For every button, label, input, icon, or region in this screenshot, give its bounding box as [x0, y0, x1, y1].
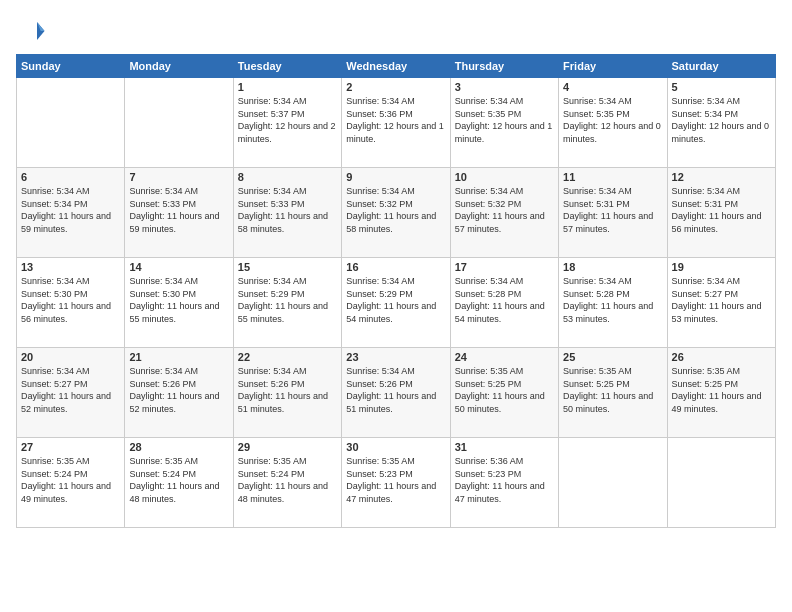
day-header-sunday: Sunday [17, 55, 125, 78]
day-number: 28 [129, 441, 228, 453]
day-number: 19 [672, 261, 771, 273]
header [16, 16, 776, 46]
calendar-cell: 6Sunrise: 5:34 AM Sunset: 5:34 PM Daylig… [17, 168, 125, 258]
day-info: Sunrise: 5:34 AM Sunset: 5:27 PM Dayligh… [672, 275, 771, 325]
calendar-cell [559, 438, 667, 528]
day-info: Sunrise: 5:34 AM Sunset: 5:34 PM Dayligh… [672, 95, 771, 145]
calendar-cell: 20Sunrise: 5:34 AM Sunset: 5:27 PM Dayli… [17, 348, 125, 438]
calendar-cell: 27Sunrise: 5:35 AM Sunset: 5:24 PM Dayli… [17, 438, 125, 528]
week-row-0: 1Sunrise: 5:34 AM Sunset: 5:37 PM Daylig… [17, 78, 776, 168]
day-number: 30 [346, 441, 445, 453]
calendar-table: SundayMondayTuesdayWednesdayThursdayFrid… [16, 54, 776, 528]
day-number: 15 [238, 261, 337, 273]
day-number: 22 [238, 351, 337, 363]
logo-icon [16, 16, 46, 46]
day-header-friday: Friday [559, 55, 667, 78]
day-number: 9 [346, 171, 445, 183]
day-info: Sunrise: 5:34 AM Sunset: 5:34 PM Dayligh… [21, 185, 120, 235]
day-number: 31 [455, 441, 554, 453]
day-info: Sunrise: 5:34 AM Sunset: 5:32 PM Dayligh… [455, 185, 554, 235]
day-number: 4 [563, 81, 662, 93]
day-number: 7 [129, 171, 228, 183]
week-row-4: 27Sunrise: 5:35 AM Sunset: 5:24 PM Dayli… [17, 438, 776, 528]
day-number: 27 [21, 441, 120, 453]
calendar-cell: 11Sunrise: 5:34 AM Sunset: 5:31 PM Dayli… [559, 168, 667, 258]
day-info: Sunrise: 5:34 AM Sunset: 5:31 PM Dayligh… [672, 185, 771, 235]
week-row-3: 20Sunrise: 5:34 AM Sunset: 5:27 PM Dayli… [17, 348, 776, 438]
day-info: Sunrise: 5:34 AM Sunset: 5:26 PM Dayligh… [238, 365, 337, 415]
week-row-1: 6Sunrise: 5:34 AM Sunset: 5:34 PM Daylig… [17, 168, 776, 258]
calendar-cell [667, 438, 775, 528]
calendar-cell: 19Sunrise: 5:34 AM Sunset: 5:27 PM Dayli… [667, 258, 775, 348]
day-number: 8 [238, 171, 337, 183]
day-number: 5 [672, 81, 771, 93]
calendar-cell: 22Sunrise: 5:34 AM Sunset: 5:26 PM Dayli… [233, 348, 341, 438]
calendar-cell: 8Sunrise: 5:34 AM Sunset: 5:33 PM Daylig… [233, 168, 341, 258]
day-number: 1 [238, 81, 337, 93]
day-info: Sunrise: 5:34 AM Sunset: 5:29 PM Dayligh… [238, 275, 337, 325]
day-info: Sunrise: 5:35 AM Sunset: 5:23 PM Dayligh… [346, 455, 445, 505]
day-header-thursday: Thursday [450, 55, 558, 78]
calendar-cell: 14Sunrise: 5:34 AM Sunset: 5:30 PM Dayli… [125, 258, 233, 348]
day-info: Sunrise: 5:34 AM Sunset: 5:28 PM Dayligh… [563, 275, 662, 325]
day-number: 26 [672, 351, 771, 363]
day-number: 12 [672, 171, 771, 183]
logo [16, 16, 50, 46]
calendar-cell: 30Sunrise: 5:35 AM Sunset: 5:23 PM Dayli… [342, 438, 450, 528]
day-info: Sunrise: 5:34 AM Sunset: 5:28 PM Dayligh… [455, 275, 554, 325]
calendar-cell [17, 78, 125, 168]
day-header-monday: Monday [125, 55, 233, 78]
day-number: 13 [21, 261, 120, 273]
day-info: Sunrise: 5:34 AM Sunset: 5:30 PM Dayligh… [129, 275, 228, 325]
calendar-cell: 10Sunrise: 5:34 AM Sunset: 5:32 PM Dayli… [450, 168, 558, 258]
day-number: 18 [563, 261, 662, 273]
day-info: Sunrise: 5:35 AM Sunset: 5:24 PM Dayligh… [129, 455, 228, 505]
day-info: Sunrise: 5:34 AM Sunset: 5:35 PM Dayligh… [563, 95, 662, 145]
day-number: 14 [129, 261, 228, 273]
day-header-tuesday: Tuesday [233, 55, 341, 78]
calendar-cell: 2Sunrise: 5:34 AM Sunset: 5:36 PM Daylig… [342, 78, 450, 168]
day-number: 29 [238, 441, 337, 453]
day-info: Sunrise: 5:34 AM Sunset: 5:35 PM Dayligh… [455, 95, 554, 145]
calendar-cell: 26Sunrise: 5:35 AM Sunset: 5:25 PM Dayli… [667, 348, 775, 438]
day-info: Sunrise: 5:35 AM Sunset: 5:24 PM Dayligh… [238, 455, 337, 505]
calendar-cell: 16Sunrise: 5:34 AM Sunset: 5:29 PM Dayli… [342, 258, 450, 348]
calendar-cell: 5Sunrise: 5:34 AM Sunset: 5:34 PM Daylig… [667, 78, 775, 168]
calendar-cell: 15Sunrise: 5:34 AM Sunset: 5:29 PM Dayli… [233, 258, 341, 348]
day-info: Sunrise: 5:35 AM Sunset: 5:25 PM Dayligh… [672, 365, 771, 415]
calendar-cell: 25Sunrise: 5:35 AM Sunset: 5:25 PM Dayli… [559, 348, 667, 438]
day-number: 16 [346, 261, 445, 273]
calendar-cell: 17Sunrise: 5:34 AM Sunset: 5:28 PM Dayli… [450, 258, 558, 348]
calendar-cell: 21Sunrise: 5:34 AM Sunset: 5:26 PM Dayli… [125, 348, 233, 438]
day-number: 2 [346, 81, 445, 93]
calendar-cell: 1Sunrise: 5:34 AM Sunset: 5:37 PM Daylig… [233, 78, 341, 168]
day-header-wednesday: Wednesday [342, 55, 450, 78]
day-info: Sunrise: 5:34 AM Sunset: 5:31 PM Dayligh… [563, 185, 662, 235]
calendar-cell [125, 78, 233, 168]
calendar-cell: 29Sunrise: 5:35 AM Sunset: 5:24 PM Dayli… [233, 438, 341, 528]
day-info: Sunrise: 5:35 AM Sunset: 5:24 PM Dayligh… [21, 455, 120, 505]
day-info: Sunrise: 5:34 AM Sunset: 5:29 PM Dayligh… [346, 275, 445, 325]
day-number: 17 [455, 261, 554, 273]
calendar-cell: 23Sunrise: 5:34 AM Sunset: 5:26 PM Dayli… [342, 348, 450, 438]
day-info: Sunrise: 5:34 AM Sunset: 5:33 PM Dayligh… [129, 185, 228, 235]
day-number: 10 [455, 171, 554, 183]
day-number: 20 [21, 351, 120, 363]
calendar-cell: 12Sunrise: 5:34 AM Sunset: 5:31 PM Dayli… [667, 168, 775, 258]
week-row-2: 13Sunrise: 5:34 AM Sunset: 5:30 PM Dayli… [17, 258, 776, 348]
calendar-cell: 24Sunrise: 5:35 AM Sunset: 5:25 PM Dayli… [450, 348, 558, 438]
days-header-row: SundayMondayTuesdayWednesdayThursdayFrid… [17, 55, 776, 78]
day-info: Sunrise: 5:34 AM Sunset: 5:30 PM Dayligh… [21, 275, 120, 325]
calendar-cell: 18Sunrise: 5:34 AM Sunset: 5:28 PM Dayli… [559, 258, 667, 348]
calendar-cell: 31Sunrise: 5:36 AM Sunset: 5:23 PM Dayli… [450, 438, 558, 528]
calendar-cell: 9Sunrise: 5:34 AM Sunset: 5:32 PM Daylig… [342, 168, 450, 258]
day-info: Sunrise: 5:35 AM Sunset: 5:25 PM Dayligh… [563, 365, 662, 415]
day-info: Sunrise: 5:34 AM Sunset: 5:27 PM Dayligh… [21, 365, 120, 415]
day-info: Sunrise: 5:34 AM Sunset: 5:36 PM Dayligh… [346, 95, 445, 145]
day-number: 6 [21, 171, 120, 183]
day-number: 23 [346, 351, 445, 363]
day-info: Sunrise: 5:34 AM Sunset: 5:26 PM Dayligh… [129, 365, 228, 415]
calendar-cell: 13Sunrise: 5:34 AM Sunset: 5:30 PM Dayli… [17, 258, 125, 348]
day-info: Sunrise: 5:34 AM Sunset: 5:26 PM Dayligh… [346, 365, 445, 415]
day-number: 25 [563, 351, 662, 363]
